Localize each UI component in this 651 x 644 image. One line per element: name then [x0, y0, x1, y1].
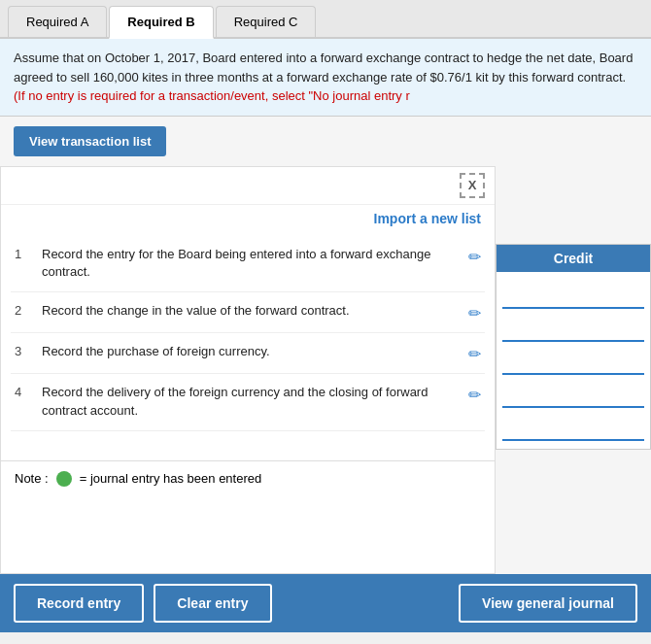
credit-input-2[interactable] [502, 313, 644, 342]
tabs-bar: Required A Required B Required C [0, 0, 651, 39]
view-transaction-button[interactable]: View transaction list [14, 126, 166, 156]
task-panel: X Import a new list 1 Record the entry f… [0, 166, 496, 574]
task-num-3: 3 [15, 343, 32, 358]
edit-icon-1[interactable]: ✏ [468, 246, 481, 266]
green-dot-icon [56, 471, 72, 487]
edit-icon-3[interactable]: ✏ [468, 343, 481, 363]
task-list: 1 Record the entry for the Board being e… [1, 236, 495, 431]
credit-input-4[interactable] [502, 379, 644, 408]
credit-header: Credit [497, 245, 650, 272]
tab-required-a[interactable]: Required A [8, 6, 107, 37]
edit-icon-4[interactable]: ✏ [468, 384, 481, 404]
instructions-highlight: (If no entry is required for a transacti… [14, 88, 410, 103]
clear-entry-button[interactable]: Clear entry [154, 584, 271, 623]
bottom-bar-left: Record entry Clear entry [14, 584, 272, 623]
task-num-4: 4 [15, 384, 32, 399]
credit-input-3[interactable] [502, 346, 644, 375]
credit-table-area: Credit [496, 244, 651, 450]
task-item-1: 1 Record the entry for the Board being e… [11, 236, 485, 293]
instructions-text: Assume that on October 1, 2017, Board en… [14, 51, 633, 85]
task-text-2: Record the change in the value of the fo… [42, 302, 459, 321]
main-content: X Import a new list 1 Record the entry f… [0, 166, 651, 574]
task-item-4: 4 Record the delivery of the foreign cur… [11, 374, 485, 431]
credit-input-5[interactable] [502, 412, 644, 441]
task-text-1: Record the entry for the Board being ent… [42, 246, 459, 283]
view-general-journal-button[interactable]: View general journal [459, 584, 637, 623]
task-item-2: 2 Record the change in the value of the … [11, 292, 485, 333]
import-new-list-link[interactable]: Import a new list [1, 205, 495, 236]
task-num-1: 1 [15, 246, 32, 261]
instructions-panel: Assume that on October 1, 2017, Board en… [0, 39, 651, 117]
task-text-4: Record the delivery of the foreign curre… [42, 384, 459, 421]
task-text-3: Record the purchase of foreign currency. [42, 343, 459, 361]
task-num-2: 2 [15, 302, 32, 318]
note-prefix: Note : [15, 471, 49, 486]
credit-input-1[interactable] [502, 280, 644, 309]
view-transaction-bar: View transaction list [0, 117, 651, 166]
task-item-3: 3 Record the purchase of foreign currenc… [11, 333, 485, 374]
task-panel-header: X [1, 167, 495, 205]
bottom-bar: Record entry Clear entry View general jo… [0, 574, 651, 632]
close-icon[interactable]: X [460, 173, 485, 198]
record-entry-button[interactable]: Record entry [14, 584, 144, 623]
tab-required-c[interactable]: Required C [216, 6, 317, 37]
note-bar: Note : = journal entry has been entered [1, 460, 495, 496]
right-panel: › Credit [496, 166, 651, 574]
tab-required-b[interactable]: Required B [109, 6, 213, 39]
edit-icon-2[interactable]: ✏ [468, 302, 481, 322]
note-text: = journal entry has been entered [80, 471, 262, 486]
